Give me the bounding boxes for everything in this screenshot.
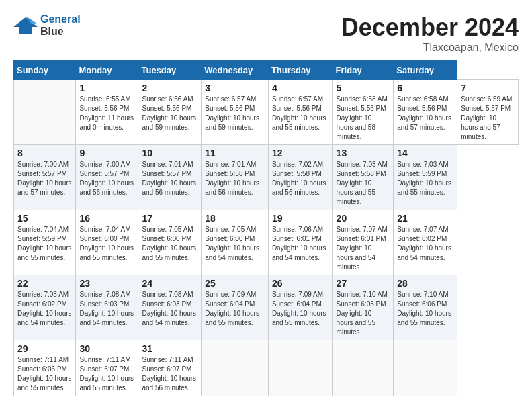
- day-cell-12: 12Sunrise: 7:02 AM Sunset: 5:58 PM Dayli…: [268, 145, 332, 210]
- day-cell-31: 31Sunrise: 7:11 AM Sunset: 6:07 PM Dayli…: [138, 340, 202, 396]
- header-row: SundayMondayTuesdayWednesdayThursdayFrid…: [14, 61, 519, 80]
- day-info: Sunrise: 7:10 AM Sunset: 6:05 PM Dayligh…: [337, 290, 390, 337]
- day-number: 22: [17, 278, 72, 289]
- empty-cell: [202, 340, 269, 396]
- header: General Blue December 2024 Tlaxcoapan, M…: [13, 13, 519, 54]
- day-info: Sunrise: 6:56 AM Sunset: 5:56 PM Dayligh…: [142, 95, 197, 132]
- day-number: 29: [17, 343, 72, 354]
- day-cell-25: 25Sunrise: 7:09 AM Sunset: 6:04 PM Dayli…: [202, 275, 269, 340]
- day-number: 23: [79, 278, 134, 289]
- day-cell-4: 4Sunrise: 6:57 AM Sunset: 5:56 PM Daylig…: [268, 80, 332, 145]
- day-info: Sunrise: 7:03 AM Sunset: 5:59 PM Dayligh…: [397, 160, 453, 197]
- day-number: 10: [142, 148, 197, 158]
- day-cell-7: 7Sunrise: 6:59 AM Sunset: 5:57 PM Daylig…: [457, 80, 519, 145]
- header-day-wednesday: Wednesday: [202, 61, 269, 80]
- day-cell-11: 11Sunrise: 7:01 AM Sunset: 5:58 PM Dayli…: [202, 145, 269, 210]
- week-row-4: 22Sunrise: 7:08 AM Sunset: 6:02 PM Dayli…: [14, 275, 519, 340]
- day-info: Sunrise: 7:09 AM Sunset: 6:04 PM Dayligh…: [205, 290, 265, 328]
- day-number: 9: [79, 148, 134, 158]
- day-cell-15: 15Sunrise: 7:04 AM Sunset: 5:59 PM Dayli…: [14, 210, 76, 275]
- location-title: Tlaxcoapan, Mexico: [341, 42, 519, 54]
- day-info: Sunrise: 7:08 AM Sunset: 6:03 PM Dayligh…: [79, 290, 134, 328]
- day-info: Sunrise: 7:02 AM Sunset: 5:58 PM Dayligh…: [272, 160, 329, 197]
- empty-cell: [268, 340, 332, 396]
- day-info: Sunrise: 6:55 AM Sunset: 5:56 PM Dayligh…: [79, 95, 134, 132]
- day-info: Sunrise: 7:00 AM Sunset: 5:57 PM Dayligh…: [79, 160, 134, 197]
- logo-text: General Blue: [40, 13, 81, 38]
- day-number: 1: [79, 83, 134, 93]
- day-info: Sunrise: 6:57 AM Sunset: 5:56 PM Dayligh…: [272, 95, 329, 132]
- day-number: 21: [397, 213, 453, 224]
- day-number: 8: [17, 148, 72, 158]
- day-info: Sunrise: 7:08 AM Sunset: 6:02 PM Dayligh…: [17, 290, 72, 328]
- day-cell-5: 5Sunrise: 6:58 AM Sunset: 5:56 PM Daylig…: [332, 80, 394, 145]
- week-row-3: 15Sunrise: 7:04 AM Sunset: 5:59 PM Dayli…: [14, 210, 519, 275]
- day-info: Sunrise: 7:01 AM Sunset: 5:58 PM Dayligh…: [205, 160, 265, 197]
- day-number: 15: [17, 213, 72, 224]
- day-number: 5: [337, 83, 390, 93]
- calendar-body: 1Sunrise: 6:55 AM Sunset: 5:56 PM Daylig…: [14, 80, 519, 396]
- day-number: 30: [79, 343, 134, 354]
- day-info: Sunrise: 7:07 AM Sunset: 6:02 PM Dayligh…: [397, 225, 453, 263]
- day-cell-6: 6Sunrise: 6:58 AM Sunset: 5:56 PM Daylig…: [394, 80, 457, 145]
- header-day-saturday: Saturday: [394, 61, 457, 80]
- day-cell-8: 8Sunrise: 7:00 AM Sunset: 5:57 PM Daylig…: [14, 145, 76, 210]
- empty-cell: [14, 80, 76, 145]
- day-number: 19: [272, 213, 329, 224]
- calendar-table: SundayMondayTuesdayWednesdayThursdayFrid…: [13, 60, 519, 396]
- day-info: Sunrise: 7:05 AM Sunset: 6:00 PM Dayligh…: [205, 225, 265, 263]
- day-cell-24: 24Sunrise: 7:08 AM Sunset: 6:03 PM Dayli…: [138, 275, 202, 340]
- title-area: December 2024 Tlaxcoapan, Mexico: [341, 13, 519, 54]
- day-number: 13: [337, 148, 390, 158]
- day-cell-27: 27Sunrise: 7:10 AM Sunset: 6:05 PM Dayli…: [332, 275, 394, 340]
- day-cell-3: 3Sunrise: 6:57 AM Sunset: 5:56 PM Daylig…: [202, 80, 269, 145]
- day-cell-29: 29Sunrise: 7:11 AM Sunset: 6:06 PM Dayli…: [14, 340, 76, 396]
- header-day-tuesday: Tuesday: [138, 61, 202, 80]
- day-cell-10: 10Sunrise: 7:01 AM Sunset: 5:57 PM Dayli…: [138, 145, 202, 210]
- day-info: Sunrise: 7:04 AM Sunset: 5:59 PM Dayligh…: [17, 225, 72, 263]
- day-cell-17: 17Sunrise: 7:05 AM Sunset: 6:00 PM Dayli…: [138, 210, 202, 275]
- logo-icon: [13, 15, 38, 36]
- day-number: 12: [272, 148, 329, 158]
- header-day-thursday: Thursday: [268, 61, 332, 80]
- day-number: 4: [272, 83, 329, 93]
- month-title: December 2024: [341, 13, 519, 42]
- day-info: Sunrise: 7:06 AM Sunset: 6:01 PM Dayligh…: [272, 225, 329, 263]
- day-number: 18: [205, 213, 265, 224]
- day-number: 3: [205, 83, 265, 93]
- header-day-friday: Friday: [332, 61, 394, 80]
- week-row-2: 8Sunrise: 7:00 AM Sunset: 5:57 PM Daylig…: [14, 145, 519, 210]
- day-info: Sunrise: 6:58 AM Sunset: 5:56 PM Dayligh…: [337, 95, 390, 142]
- day-info: Sunrise: 7:11 AM Sunset: 6:07 PM Dayligh…: [79, 355, 134, 393]
- day-cell-30: 30Sunrise: 7:11 AM Sunset: 6:07 PM Dayli…: [76, 340, 138, 396]
- day-info: Sunrise: 7:03 AM Sunset: 5:58 PM Dayligh…: [337, 160, 390, 207]
- day-cell-19: 19Sunrise: 7:06 AM Sunset: 6:01 PM Dayli…: [268, 210, 332, 275]
- day-info: Sunrise: 7:08 AM Sunset: 6:03 PM Dayligh…: [142, 290, 197, 328]
- day-info: Sunrise: 7:04 AM Sunset: 6:00 PM Dayligh…: [79, 225, 134, 263]
- day-cell-2: 2Sunrise: 6:56 AM Sunset: 5:56 PM Daylig…: [138, 80, 202, 145]
- day-info: Sunrise: 7:07 AM Sunset: 6:01 PM Dayligh…: [337, 225, 390, 272]
- day-number: 14: [397, 148, 453, 158]
- logo: General Blue: [13, 13, 81, 38]
- day-info: Sunrise: 7:09 AM Sunset: 6:04 PM Dayligh…: [272, 290, 329, 328]
- day-cell-22: 22Sunrise: 7:08 AM Sunset: 6:02 PM Dayli…: [14, 275, 76, 340]
- day-info: Sunrise: 6:58 AM Sunset: 5:56 PM Dayligh…: [397, 95, 453, 132]
- day-cell-21: 21Sunrise: 7:07 AM Sunset: 6:02 PM Dayli…: [394, 210, 457, 275]
- day-cell-18: 18Sunrise: 7:05 AM Sunset: 6:00 PM Dayli…: [202, 210, 269, 275]
- day-info: Sunrise: 7:00 AM Sunset: 5:57 PM Dayligh…: [17, 160, 72, 197]
- day-number: 26: [272, 278, 329, 289]
- day-number: 11: [205, 148, 265, 158]
- day-cell-13: 13Sunrise: 7:03 AM Sunset: 5:58 PM Dayli…: [332, 145, 394, 210]
- day-info: Sunrise: 6:59 AM Sunset: 5:57 PM Dayligh…: [461, 95, 515, 142]
- day-cell-16: 16Sunrise: 7:04 AM Sunset: 6:00 PM Dayli…: [76, 210, 138, 275]
- empty-cell: [394, 340, 457, 396]
- day-info: Sunrise: 7:10 AM Sunset: 6:06 PM Dayligh…: [397, 290, 453, 328]
- day-number: 16: [79, 213, 134, 224]
- day-number: 28: [397, 278, 453, 289]
- day-cell-14: 14Sunrise: 7:03 AM Sunset: 5:59 PM Dayli…: [394, 145, 457, 210]
- empty-cell: [332, 340, 394, 396]
- week-row-5: 29Sunrise: 7:11 AM Sunset: 6:06 PM Dayli…: [14, 340, 519, 396]
- day-cell-9: 9Sunrise: 7:00 AM Sunset: 5:57 PM Daylig…: [76, 145, 138, 210]
- day-number: 20: [337, 213, 390, 224]
- day-number: 7: [461, 83, 515, 93]
